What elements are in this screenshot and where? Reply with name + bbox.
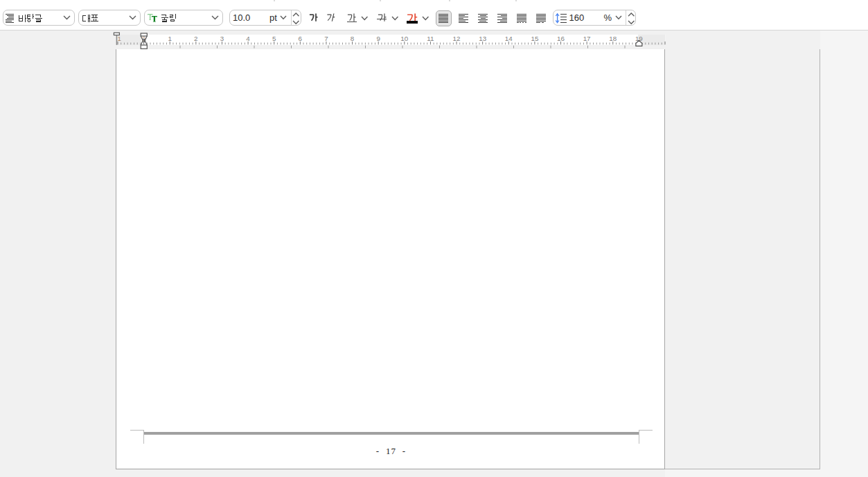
svg-text:12: 12 xyxy=(453,35,461,42)
svg-text:5: 5 xyxy=(272,35,276,42)
svg-text:11: 11 xyxy=(427,35,434,42)
svg-text:7: 7 xyxy=(324,35,328,42)
svg-text:8: 8 xyxy=(351,35,355,42)
svg-text:6: 6 xyxy=(299,35,303,42)
svg-text:13: 13 xyxy=(479,35,486,42)
svg-text:15: 15 xyxy=(531,35,538,42)
svg-text:16: 16 xyxy=(557,35,565,42)
svg-text:4: 4 xyxy=(246,35,250,42)
svg-text:1: 1 xyxy=(118,35,121,42)
svg-text:18: 18 xyxy=(609,35,617,42)
svg-text:9: 9 xyxy=(376,35,380,42)
svg-text:1: 1 xyxy=(168,35,171,42)
svg-text:3: 3 xyxy=(220,35,224,42)
svg-text:17: 17 xyxy=(583,35,591,42)
svg-text:2: 2 xyxy=(194,35,197,42)
svg-text:10: 10 xyxy=(400,35,408,42)
svg-text:14: 14 xyxy=(505,35,513,42)
